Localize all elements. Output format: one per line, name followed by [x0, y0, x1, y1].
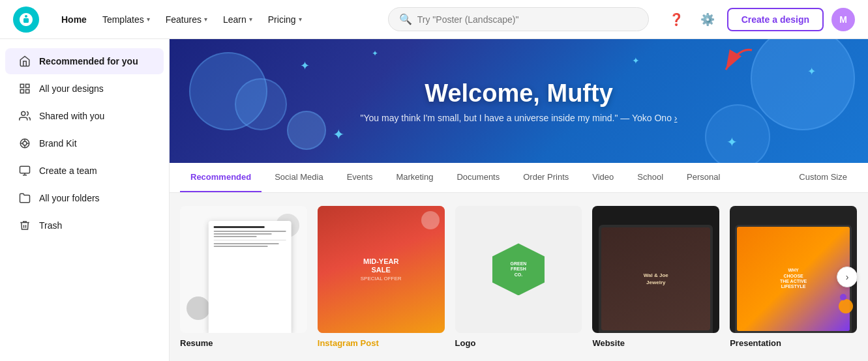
category-tabs: Recommended Social Media Events Marketin… [170, 163, 868, 193]
main-content: ✦ ✦ ✦ ✦ ✦ ✦ Welcome, Mufty "You may thin… [170, 39, 868, 361]
star-decoration: ✦ [807, 65, 816, 78]
templates-section: Resume MID-YEARSALE SPECIAL OFFER Instag… [170, 193, 868, 361]
svg-rect-12 [20, 166, 30, 173]
sidebar-item-shared[interactable]: Shared with you [5, 103, 164, 129]
svg-rect-2 [26, 84, 29, 87]
template-label-resume: Resume [180, 338, 307, 348]
template-label-instagram: Instagram Post [318, 338, 445, 348]
header: Home Templates ▾ Features ▾ Learn ▾ Pric… [0, 0, 868, 39]
nav-home[interactable]: Home [55, 10, 93, 29]
scroll-next-button[interactable]: › [837, 267, 858, 287]
template-label-logo: Logo [455, 338, 582, 348]
tab-social-media[interactable]: Social Media [264, 163, 333, 192]
chevron-down-icon: ▾ [299, 16, 302, 23]
banner: ✦ ✦ ✦ ✦ ✦ ✦ Welcome, Mufty "You may thin… [170, 39, 868, 163]
chevron-down-icon: ▾ [204, 16, 207, 23]
settings-button[interactable]: ⚙️ [696, 8, 719, 31]
brand-icon [18, 137, 31, 150]
template-card-instagram[interactable]: MID-YEARSALE SPECIAL OFFER Instagram Pos… [318, 206, 445, 348]
banner-title: Welcome, Mufty [425, 79, 613, 108]
header-actions: ❓ ⚙️ Create a design M [665, 8, 855, 31]
trash-icon [18, 219, 31, 232]
canva-logo[interactable] [13, 7, 39, 33]
svg-point-7 [23, 141, 27, 145]
sidebar-item-all-designs[interactable]: All your designs [5, 76, 164, 102]
template-card-logo[interactable]: GREENFRESHCO. Logo [455, 206, 582, 348]
svg-rect-4 [20, 90, 23, 93]
people-icon [18, 109, 31, 123]
sidebar-item-brand[interactable]: Brand Kit [5, 130, 164, 156]
tab-video[interactable]: Video [582, 163, 624, 192]
star-decoration: ✦ [726, 134, 738, 150]
tab-order-prints[interactable]: Order Prints [513, 163, 579, 192]
avatar[interactable]: M [831, 8, 855, 31]
templates-grid: Resume MID-YEARSALE SPECIAL OFFER Instag… [180, 206, 858, 348]
tab-recommended[interactable]: Recommended [180, 163, 262, 192]
main-layout: Recommended for you All your designs Sha… [0, 39, 868, 361]
sidebar-item-team[interactable]: Create a team [5, 158, 164, 184]
help-button[interactable]: ❓ [665, 8, 688, 31]
tab-personal[interactable]: Personal [676, 163, 730, 192]
chevron-down-icon: ▾ [249, 16, 252, 23]
decorative-circle [751, 39, 855, 130]
nav-features[interactable]: Features ▾ [159, 10, 214, 29]
star-decoration: ✦ [372, 49, 378, 58]
decorative-circle [287, 111, 326, 150]
chevron-down-icon: ▾ [147, 16, 150, 23]
template-thumb-logo: GREENFRESHCO. [455, 206, 582, 333]
sidebar: Recommended for you All your designs Sha… [0, 39, 170, 361]
sidebar-item-folders[interactable]: All your folders [5, 185, 164, 211]
svg-rect-1 [20, 84, 23, 87]
nav-learn[interactable]: Learn ▾ [217, 10, 259, 29]
svg-point-5 [22, 111, 25, 115]
decorative-circle [705, 104, 770, 163]
create-design-button[interactable]: Create a design [727, 8, 824, 31]
template-label-presentation: Presentation [730, 338, 857, 348]
decorative-circle [235, 78, 287, 130]
template-thumb-presentation: WHYCHOOSETHE ACTIVELIFESTYLE [730, 206, 857, 333]
question-icon: ❓ [669, 12, 683, 27]
folder-icon [18, 192, 31, 205]
svg-rect-3 [26, 90, 29, 93]
template-thumb-website: Wal & JoeJewelry [592, 206, 719, 333]
star-decoration: ✦ [300, 59, 310, 73]
tab-documents[interactable]: Documents [446, 163, 510, 192]
templates-wrapper: Resume MID-YEARSALE SPECIAL OFFER Instag… [180, 206, 858, 348]
template-card-resume[interactable]: Resume [180, 206, 307, 348]
chevron-right-icon: › [846, 272, 849, 282]
star-decoration: ✦ [333, 126, 344, 143]
tab-marketing[interactable]: Marketing [385, 163, 443, 192]
grid-icon [18, 82, 31, 95]
sidebar-item-recommended[interactable]: Recommended for you [5, 48, 164, 74]
nav-pricing[interactable]: Pricing ▾ [262, 10, 308, 29]
template-label-website: Website [592, 338, 719, 348]
nav-templates[interactable]: Templates ▾ [96, 10, 157, 29]
sidebar-item-trash[interactable]: Trash [5, 212, 164, 238]
team-icon [18, 164, 31, 177]
template-thumb-instagram: MID-YEARSALE SPECIAL OFFER [318, 206, 445, 333]
star-decoration: ✦ [632, 55, 640, 66]
search-icon: 🔍 [399, 13, 412, 25]
template-card-website[interactable]: Wal & JoeJewelry Website [592, 206, 719, 348]
tab-custom-size[interactable]: Custom Size [788, 163, 858, 192]
banner-link[interactable]: › [674, 113, 678, 123]
gear-icon: ⚙️ [700, 12, 715, 27]
search-bar[interactable]: 🔍 [388, 7, 649, 31]
search-input[interactable] [417, 14, 638, 25]
tab-events[interactable]: Events [337, 163, 383, 192]
banner-subtitle: "You may think I'm small, but I have a u… [361, 113, 678, 123]
home-icon [18, 55, 31, 68]
tab-school[interactable]: School [627, 163, 674, 192]
template-thumb-resume [180, 206, 307, 333]
main-nav: Home Templates ▾ Features ▾ Learn ▾ Pric… [55, 10, 308, 29]
